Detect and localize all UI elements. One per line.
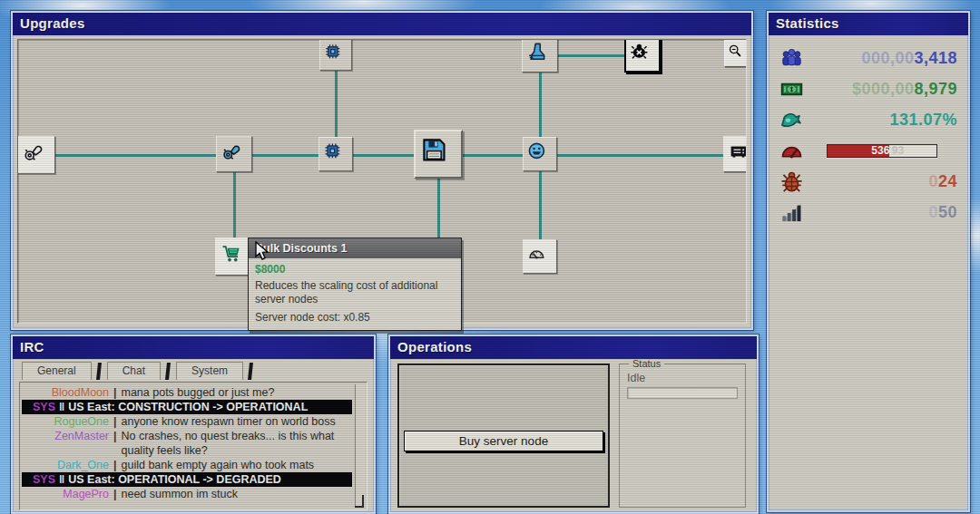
wrench-icon — [23, 141, 50, 169]
tab-separator — [96, 363, 102, 380]
load-bar: 53693 — [827, 144, 937, 158]
upgrade-node-server-card[interactable] — [723, 136, 747, 172]
stat-row-efficiency: 131.07% — [769, 104, 968, 135]
buy-server-node-button[interactable]: Buy server node — [404, 431, 603, 451]
irc-message: RogueOne|anyone know respawn timer on wo… — [22, 414, 352, 429]
irc-messages: BloodMoon|mana pots bugged or just me?SY… — [22, 385, 352, 501]
irc-title: IRC — [13, 336, 374, 359]
load-bar-value-faded: 93 — [892, 145, 904, 157]
irc-window: IRC GeneralChatSystem BloodMoon|mana pot… — [11, 335, 376, 514]
irc-tab-row: GeneralChatSystem — [20, 362, 257, 380]
statistics-rows: 000,003,418$000,008,979131.07%5369302405… — [769, 35, 968, 228]
floppy-icon — [421, 137, 456, 171]
chip-icon — [323, 141, 348, 166]
server-card-icon — [729, 141, 747, 168]
cart-icon — [220, 243, 248, 270]
upgrade-node-zoom-out[interactable] — [724, 40, 747, 67]
operations-window: Operations Buy server node Status Idle — [388, 335, 759, 514]
money-icon — [779, 77, 804, 102]
bug-icon — [779, 170, 804, 194]
statistics-title: Statistics — [769, 13, 968, 35]
tooltip-title: Bulk Discounts 1 — [249, 238, 461, 258]
irc-message: MagePro|need summon im stuck — [22, 487, 352, 501]
upgrade-node-debug[interactable] — [624, 39, 661, 73]
bug-x-icon — [630, 42, 654, 66]
status-text: Idle — [627, 372, 738, 384]
irc-tab-system[interactable]: System — [176, 362, 243, 380]
stat-value-bugs: 024 — [928, 172, 957, 191]
upgrade-edge — [36, 154, 741, 157]
upgrades-title: Upgrades — [13, 13, 751, 35]
irc-system-message: SYS‖US East: OPERATIONAL -> DEGRADED — [22, 472, 352, 487]
tooltip-description: Reduces the scaling cost of additional s… — [249, 278, 461, 307]
stat-row-signal: 050 — [769, 197, 968, 228]
irc-message: Dark_One|guild bank empty again who took… — [22, 458, 352, 472]
stat-value-users: 000,003,418 — [861, 49, 957, 68]
upgrade-node-save[interactable] — [414, 130, 463, 179]
upgrade-node-smiley[interactable] — [523, 137, 557, 171]
statistics-window: Statistics 000,003,418$000,008,979131.07… — [767, 11, 970, 512]
upgrade-node-tools-blue[interactable] — [216, 136, 252, 172]
stat-row-users: 000,003,418 — [769, 43, 968, 73]
magnifier-minus-icon — [728, 44, 747, 63]
irc-message: BloodMoon|mana pots bugged or just me? — [22, 385, 352, 400]
comet-icon — [779, 108, 804, 132]
irc-system-message: SYS‖US East: CONSTRUCTION -> OPERATIONAL — [22, 400, 352, 414]
tooltip-effect: Server node cost: x0.85 — [249, 307, 461, 330]
stat-row-bugs: 024 — [769, 166, 968, 197]
operations-action-panel: Buy server node — [397, 364, 610, 508]
stat-value-money: $000,008,979 — [852, 80, 957, 99]
upgrade-tooltip: Bulk Discounts 1 $8000 Reduces the scali… — [248, 238, 462, 331]
signal-icon — [779, 200, 804, 225]
smiley-icon — [527, 141, 552, 166]
boot-icon — [527, 42, 554, 68]
stat-value-signal: 050 — [928, 203, 957, 222]
wrench-blue-icon — [221, 141, 248, 168]
tab-separator — [165, 363, 171, 380]
stat-row-load: 53693 — [769, 135, 968, 166]
upgrade-node-chip-mid[interactable] — [318, 137, 353, 171]
upgrade-node-tools[interactable] — [17, 136, 55, 174]
load-bar-value: 536 — [871, 145, 889, 157]
irc-tab-general[interactable]: General — [22, 362, 92, 380]
stat-value-efficiency: 131.07% — [889, 111, 957, 130]
tab-separator — [248, 363, 253, 380]
status-progress-bar — [627, 387, 738, 399]
irc-message: ZenMaster|No crashes, no quest breaks...… — [22, 429, 352, 458]
gauge-red-icon — [779, 139, 804, 163]
operations-title: Operations — [390, 336, 757, 359]
status-legend: Status — [629, 358, 664, 369]
chip-icon — [324, 43, 348, 66]
irc-message-box: BloodMoon|mana pots bugged or just me?SY… — [19, 382, 368, 510]
irc-scrollbar[interactable] — [355, 384, 365, 508]
mouse-cursor-icon — [254, 241, 270, 267]
stat-row-money: $000,008,979 — [769, 73, 968, 104]
upgrade-node-boot[interactable] — [522, 39, 558, 73]
gauge-dark-icon — [527, 244, 552, 268]
upgrade-node-chip-top[interactable] — [319, 39, 352, 71]
tooltip-cost: $8000 — [249, 258, 461, 278]
people-icon — [779, 46, 804, 71]
irc-tab-chat[interactable]: Chat — [107, 362, 161, 380]
upgrade-node-gauge[interactable] — [523, 239, 557, 274]
status-groupbox: Status Idle — [619, 358, 746, 508]
